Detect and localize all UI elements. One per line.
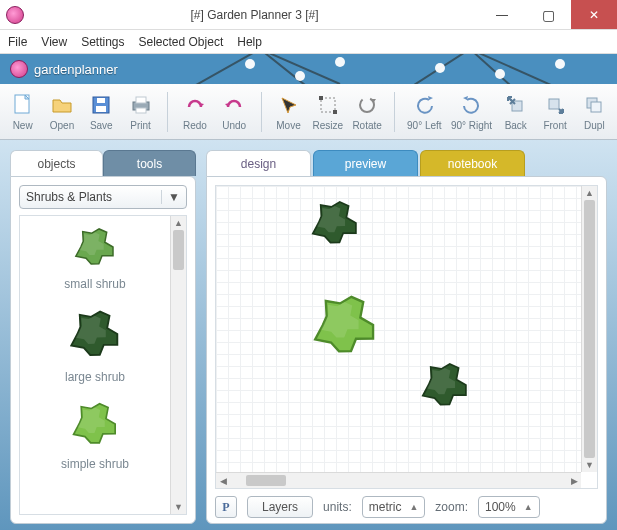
tab-notebook[interactable]: notebook — [420, 150, 525, 176]
scroll-thumb[interactable] — [173, 230, 184, 270]
scroll-up-icon[interactable]: ▲ — [582, 186, 597, 200]
canvas[interactable]: ▲ ▼ ◀ ▶ — [215, 185, 598, 489]
canvas-grid[interactable] — [216, 186, 581, 472]
svg-rect-19 — [549, 99, 559, 109]
category-dropdown[interactable]: Shrubs & Plants ▼ — [19, 185, 187, 209]
duplicate-button[interactable]: Dupl — [576, 92, 613, 131]
close-button[interactable]: ✕ — [571, 0, 617, 29]
scroll-thumb[interactable] — [246, 475, 286, 486]
banner: gardenplanner — [0, 54, 617, 84]
zoom-label: zoom: — [435, 500, 468, 514]
units-field[interactable]: metric ▲ — [362, 496, 426, 518]
zoom-value: 100% — [485, 500, 516, 514]
scroll-left-icon[interactable]: ◀ — [216, 473, 230, 488]
scroll-thumb[interactable] — [584, 200, 595, 458]
canvas-vertical-scrollbar[interactable]: ▲ ▼ — [581, 186, 597, 472]
open-button[interactable]: Open — [43, 92, 80, 131]
brand-icon — [10, 60, 28, 78]
rotate-left-button[interactable]: 90° Left — [403, 92, 446, 131]
stepper-icon: ▲ — [409, 502, 418, 512]
svg-rect-21 — [591, 102, 601, 112]
resize-button[interactable]: Resize — [309, 92, 346, 131]
units-label: units: — [323, 500, 352, 514]
category-value: Shrubs & Plants — [26, 190, 112, 204]
design-area: design preview notebook ▲ ▼ ◀ ▶ — [206, 150, 607, 524]
list-item[interactable]: small shrub — [64, 222, 125, 299]
layers-button[interactable]: Layers — [247, 496, 313, 518]
tab-design[interactable]: design — [206, 150, 311, 176]
svg-point-5 — [495, 69, 505, 79]
title-bar: [#] Garden Planner 3 [#] — ▢ ✕ — [0, 0, 617, 30]
menu-bar: File View Settings Selected Object Help — [0, 30, 617, 54]
canvas-plant[interactable] — [306, 194, 364, 255]
print-button[interactable]: Print — [122, 92, 159, 131]
scroll-down-icon[interactable]: ▼ — [582, 458, 597, 472]
stepper-icon: ▲ — [524, 502, 533, 512]
tab-objects[interactable]: objects — [10, 150, 103, 176]
menu-file[interactable]: File — [8, 35, 27, 49]
svg-point-4 — [435, 63, 445, 73]
tab-tools[interactable]: tools — [103, 150, 196, 176]
workspace: objects tools Shrubs & Plants ▼ small sh… — [0, 140, 617, 530]
object-list-scrollbar[interactable]: ▲ ▼ — [170, 216, 186, 514]
bottom-bar: P Layers units: metric ▲ zoom: 100% ▲ — [215, 489, 598, 519]
tab-preview[interactable]: preview — [313, 150, 418, 176]
canvas-plant[interactable] — [416, 356, 474, 417]
svg-point-1 — [245, 59, 255, 69]
minimize-button[interactable]: — — [479, 0, 525, 29]
front-button[interactable]: Front — [536, 92, 573, 131]
svg-point-3 — [335, 57, 345, 67]
scroll-right-icon[interactable]: ▶ — [567, 473, 581, 488]
svg-rect-15 — [319, 96, 323, 100]
left-panel: objects tools Shrubs & Plants ▼ small sh… — [10, 150, 196, 524]
svg-point-6 — [555, 59, 565, 69]
list-item[interactable]: large shrub — [64, 303, 126, 392]
undo-button[interactable]: Undo — [216, 92, 253, 131]
menu-selected-object[interactable]: Selected Object — [139, 35, 224, 49]
shrub-name: simple shrub — [61, 457, 129, 471]
svg-point-2 — [295, 71, 305, 81]
svg-rect-10 — [97, 98, 105, 103]
shrub-name: large shrub — [64, 370, 126, 384]
shrub-name: small shrub — [64, 277, 125, 291]
maximize-button[interactable]: ▢ — [525, 0, 571, 29]
scroll-down-icon[interactable]: ▼ — [171, 500, 186, 514]
brand-text: gardenplanner — [34, 62, 118, 77]
menu-settings[interactable]: Settings — [81, 35, 124, 49]
zoom-field[interactable]: 100% ▲ — [478, 496, 540, 518]
rotate-right-button[interactable]: 90° Right — [448, 92, 495, 131]
object-list: small shrub large shrub simple shrub ▲ ▼ — [19, 215, 187, 515]
toolbar: New Open Save Print Redo Undo Move Resiz… — [0, 84, 617, 140]
rotate-button[interactable]: Rotate — [348, 92, 385, 131]
save-button[interactable]: Save — [83, 92, 120, 131]
svg-rect-12 — [136, 97, 146, 103]
canvas-plant[interactable] — [306, 286, 384, 367]
move-button[interactable]: Move — [270, 92, 307, 131]
dropdown-arrow-icon: ▼ — [161, 190, 180, 204]
window-title: [#] Garden Planner 3 [#] — [30, 8, 479, 22]
redo-button[interactable]: Redo — [176, 92, 213, 131]
scroll-up-icon[interactable]: ▲ — [171, 216, 186, 230]
units-value: metric — [369, 500, 402, 514]
app-icon — [0, 0, 30, 30]
p-button[interactable]: P — [215, 496, 237, 518]
new-button[interactable]: New — [4, 92, 41, 131]
menu-help[interactable]: Help — [237, 35, 262, 49]
svg-rect-16 — [333, 110, 337, 114]
canvas-horizontal-scrollbar[interactable]: ◀ ▶ — [216, 472, 581, 488]
svg-rect-13 — [136, 108, 146, 113]
back-button[interactable]: Back — [497, 92, 534, 131]
menu-view[interactable]: View — [41, 35, 67, 49]
svg-rect-9 — [96, 106, 106, 112]
list-item[interactable]: simple shrub — [61, 396, 129, 479]
svg-point-17 — [360, 98, 374, 112]
svg-rect-14 — [321, 98, 335, 112]
